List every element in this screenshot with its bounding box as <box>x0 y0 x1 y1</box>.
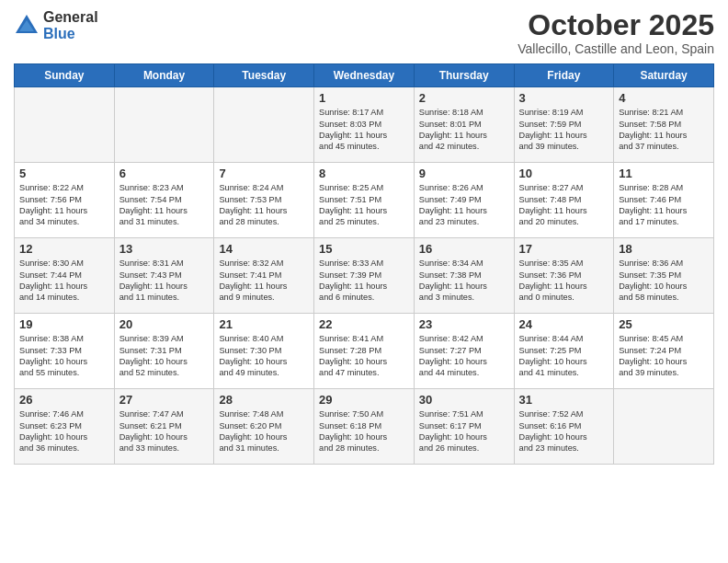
day-number: 8 <box>319 167 409 180</box>
calendar-cell: 13Sunrise: 8:31 AM Sunset: 7:43 PM Dayli… <box>114 238 214 314</box>
cell-info: Sunrise: 8:33 AM Sunset: 7:39 PM Dayligh… <box>319 258 409 304</box>
cell-info: Sunrise: 8:27 AM Sunset: 7:48 PM Dayligh… <box>519 182 609 228</box>
calendar-cell: 4Sunrise: 8:21 AM Sunset: 7:58 PM Daylig… <box>614 87 714 163</box>
month-title: October 2025 <box>518 9 714 41</box>
day-number: 22 <box>319 317 409 331</box>
calendar-cell: 10Sunrise: 8:27 AM Sunset: 7:48 PM Dayli… <box>514 163 614 238</box>
calendar-cell: 16Sunrise: 8:34 AM Sunset: 7:38 PM Dayli… <box>414 238 514 314</box>
calendar-cell <box>114 87 214 163</box>
day-number: 26 <box>19 393 109 407</box>
calendar-cell: 9Sunrise: 8:26 AM Sunset: 7:49 PM Daylig… <box>414 163 514 238</box>
day-number: 27 <box>119 393 210 407</box>
day-number: 4 <box>619 91 709 105</box>
calendar-cell: 8Sunrise: 8:25 AM Sunset: 7:51 PM Daylig… <box>314 163 415 238</box>
cell-info: Sunrise: 8:18 AM Sunset: 8:01 PM Dayligh… <box>419 107 509 153</box>
calendar-cell: 15Sunrise: 8:33 AM Sunset: 7:39 PM Dayli… <box>314 238 415 314</box>
day-number: 9 <box>419 167 509 180</box>
week-row-3: 19Sunrise: 8:38 AM Sunset: 7:33 PM Dayli… <box>15 314 714 389</box>
header: General Blue October 2025 Vallecillo, Ca… <box>14 9 714 56</box>
day-number: 18 <box>619 242 709 256</box>
cell-info: Sunrise: 8:42 AM Sunset: 7:27 PM Dayligh… <box>419 333 509 379</box>
cell-info: Sunrise: 8:25 AM Sunset: 7:51 PM Dayligh… <box>319 182 409 228</box>
calendar-cell: 28Sunrise: 7:48 AM Sunset: 6:20 PM Dayli… <box>214 389 314 465</box>
day-number: 11 <box>619 167 709 180</box>
logo-blue: Blue <box>43 26 98 42</box>
cell-info: Sunrise: 8:36 AM Sunset: 7:35 PM Dayligh… <box>619 258 709 304</box>
calendar-cell: 6Sunrise: 8:23 AM Sunset: 7:54 PM Daylig… <box>114 163 214 238</box>
day-number: 6 <box>119 167 210 180</box>
subtitle: Vallecillo, Castille and Leon, Spain <box>518 41 714 56</box>
cell-info: Sunrise: 8:39 AM Sunset: 7:31 PM Dayligh… <box>119 333 210 379</box>
calendar-cell: 14Sunrise: 8:32 AM Sunset: 7:41 PM Dayli… <box>214 238 314 314</box>
cell-info: Sunrise: 8:26 AM Sunset: 7:49 PM Dayligh… <box>419 182 509 228</box>
day-number: 5 <box>19 167 109 180</box>
week-row-1: 5Sunrise: 8:22 AM Sunset: 7:56 PM Daylig… <box>15 163 714 238</box>
cell-info: Sunrise: 8:21 AM Sunset: 7:58 PM Dayligh… <box>619 107 709 153</box>
day-number: 2 <box>419 91 509 105</box>
calendar-cell: 27Sunrise: 7:47 AM Sunset: 6:21 PM Dayli… <box>114 389 214 465</box>
day-number: 15 <box>319 242 409 256</box>
calendar-cell: 18Sunrise: 8:36 AM Sunset: 7:35 PM Dayli… <box>614 238 714 314</box>
logo: General Blue <box>14 9 98 41</box>
calendar-cell: 7Sunrise: 8:24 AM Sunset: 7:53 PM Daylig… <box>214 163 314 238</box>
day-number: 3 <box>519 91 609 105</box>
cell-info: Sunrise: 8:23 AM Sunset: 7:54 PM Dayligh… <box>119 182 210 228</box>
day-number: 25 <box>619 317 709 331</box>
day-number: 24 <box>519 317 609 331</box>
day-number: 28 <box>219 393 309 407</box>
logo-icon <box>14 13 40 39</box>
title-block: October 2025 Vallecillo, Castille and Le… <box>518 9 714 56</box>
week-row-0: 1Sunrise: 8:17 AM Sunset: 8:03 PM Daylig… <box>15 87 714 163</box>
day-number: 16 <box>419 242 509 256</box>
cell-info: Sunrise: 8:22 AM Sunset: 7:56 PM Dayligh… <box>19 182 109 228</box>
cell-info: Sunrise: 7:47 AM Sunset: 6:21 PM Dayligh… <box>119 408 210 454</box>
calendar-cell: 22Sunrise: 8:41 AM Sunset: 7:28 PM Dayli… <box>314 314 415 389</box>
day-number: 14 <box>219 242 309 256</box>
day-number: 21 <box>219 317 309 331</box>
day-header-sunday: Sunday <box>15 64 115 87</box>
cell-info: Sunrise: 8:24 AM Sunset: 7:53 PM Dayligh… <box>219 182 309 228</box>
cell-info: Sunrise: 8:30 AM Sunset: 7:44 PM Dayligh… <box>19 258 109 304</box>
day-header-saturday: Saturday <box>614 64 714 87</box>
day-number: 17 <box>519 242 609 256</box>
page: General Blue October 2025 Vallecillo, Ca… <box>0 0 728 563</box>
cell-info: Sunrise: 8:45 AM Sunset: 7:24 PM Dayligh… <box>619 333 709 379</box>
calendar-cell: 19Sunrise: 8:38 AM Sunset: 7:33 PM Dayli… <box>15 314 115 389</box>
logo-text: General Blue <box>43 9 98 41</box>
calendar-cell: 1Sunrise: 8:17 AM Sunset: 8:03 PM Daylig… <box>314 87 415 163</box>
calendar-cell: 24Sunrise: 8:44 AM Sunset: 7:25 PM Dayli… <box>514 314 614 389</box>
calendar-cell: 23Sunrise: 8:42 AM Sunset: 7:27 PM Dayli… <box>414 314 514 389</box>
day-header-friday: Friday <box>514 64 614 87</box>
logo-general: General <box>43 9 98 26</box>
cell-info: Sunrise: 8:34 AM Sunset: 7:38 PM Dayligh… <box>419 258 509 304</box>
cell-info: Sunrise: 7:51 AM Sunset: 6:17 PM Dayligh… <box>419 408 509 454</box>
day-number: 13 <box>119 242 210 256</box>
week-row-2: 12Sunrise: 8:30 AM Sunset: 7:44 PM Dayli… <box>15 238 714 314</box>
day-number: 19 <box>19 317 109 331</box>
day-number: 10 <box>519 167 609 180</box>
day-number: 1 <box>319 91 409 105</box>
calendar-cell: 11Sunrise: 8:28 AM Sunset: 7:46 PM Dayli… <box>614 163 714 238</box>
calendar-cell: 2Sunrise: 8:18 AM Sunset: 8:01 PM Daylig… <box>414 87 514 163</box>
day-number: 29 <box>319 393 409 407</box>
calendar-cell: 5Sunrise: 8:22 AM Sunset: 7:56 PM Daylig… <box>15 163 115 238</box>
day-number: 20 <box>119 317 210 331</box>
header-row: SundayMondayTuesdayWednesdayThursdayFrid… <box>15 64 714 87</box>
calendar-cell: 21Sunrise: 8:40 AM Sunset: 7:30 PM Dayli… <box>214 314 314 389</box>
cell-info: Sunrise: 7:52 AM Sunset: 6:16 PM Dayligh… <box>519 408 609 454</box>
day-number: 30 <box>419 393 509 407</box>
day-number: 12 <box>19 242 109 256</box>
cell-info: Sunrise: 7:50 AM Sunset: 6:18 PM Dayligh… <box>319 408 409 454</box>
cell-info: Sunrise: 8:38 AM Sunset: 7:33 PM Dayligh… <box>19 333 109 379</box>
cell-info: Sunrise: 7:48 AM Sunset: 6:20 PM Dayligh… <box>219 408 309 454</box>
calendar-cell: 30Sunrise: 7:51 AM Sunset: 6:17 PM Dayli… <box>414 389 514 465</box>
cell-info: Sunrise: 8:35 AM Sunset: 7:36 PM Dayligh… <box>519 258 609 304</box>
day-number: 7 <box>219 167 309 180</box>
calendar-cell: 20Sunrise: 8:39 AM Sunset: 7:31 PM Dayli… <box>114 314 214 389</box>
day-number: 23 <box>419 317 509 331</box>
calendar-cell <box>614 389 714 465</box>
cell-info: Sunrise: 8:41 AM Sunset: 7:28 PM Dayligh… <box>319 333 409 379</box>
cell-info: Sunrise: 8:17 AM Sunset: 8:03 PM Dayligh… <box>319 107 409 153</box>
calendar-cell <box>15 87 115 163</box>
calendar-table: SundayMondayTuesdayWednesdayThursdayFrid… <box>14 63 714 465</box>
